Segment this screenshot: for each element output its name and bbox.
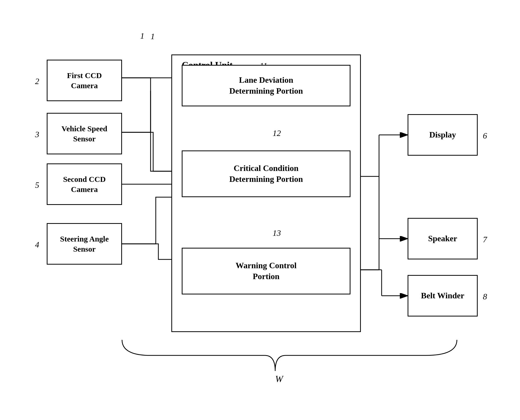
ref-8: 8 [483, 292, 487, 301]
first-ccd-camera-box: First CCD Camera [47, 60, 122, 101]
ref-13: 13 [273, 228, 281, 238]
warning-control-box: Warning Control Portion [182, 248, 350, 294]
ref-12: 12 [273, 128, 281, 138]
ref-1: 1 [140, 31, 144, 41]
ref-1-label: 1 [151, 32, 155, 41]
critical-condition-box: Critical Condition Determining Portion [182, 150, 350, 197]
ref-W: W [275, 374, 283, 384]
display-box: Display [408, 114, 478, 156]
ref-3: 3 [35, 130, 39, 139]
ref-4: 4 [35, 240, 39, 250]
ref-2: 2 [35, 77, 39, 86]
ref-7: 7 [483, 235, 487, 244]
belt-winder-box: Belt Winder [408, 275, 478, 316]
steering-angle-sensor-box: Steering Angle Sensor [47, 223, 122, 265]
ref-6: 6 [483, 131, 487, 141]
diagram: 1 Control Unit 11 Lane Deviation Determi… [21, 21, 498, 397]
vehicle-speed-sensor-box: Vehicle Speed Sensor [47, 113, 122, 154]
ref-5: 5 [35, 180, 39, 190]
lane-deviation-box: Lane Deviation Determining Portion [182, 65, 350, 106]
second-ccd-camera-box: Second CCD Camera [47, 163, 122, 205]
speaker-box: Speaker [408, 218, 478, 259]
